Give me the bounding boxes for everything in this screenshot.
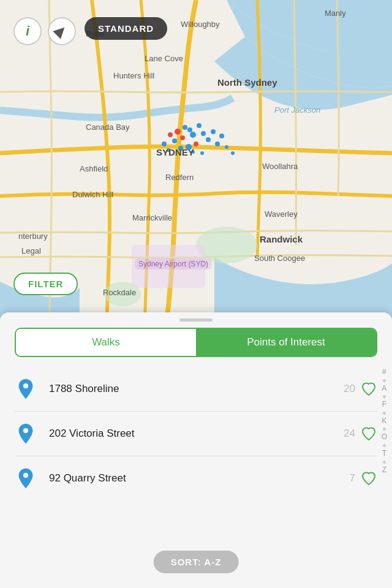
poi-count: 24 [344, 428, 355, 440]
heart-icon[interactable] [360, 380, 377, 398]
alpha-dot-5 [383, 444, 386, 447]
map-mode-button[interactable]: STANDARD [85, 17, 167, 40]
location-pin-icon [15, 378, 37, 400]
sort-button[interactable]: SORT: A-Z [154, 551, 239, 573]
poi-list: 1788 Shoreline 20 202 Victoria Street 24 [0, 367, 392, 500]
svg-point-10 [172, 138, 177, 143]
alpha-a[interactable]: A [382, 384, 386, 394]
alpha-o[interactable]: O [382, 432, 387, 442]
bottom-panel: Walks Points of Interest # A F K O T Z 1… [0, 312, 392, 588]
svg-point-20 [219, 134, 224, 138]
alphabet-index[interactable]: # A F K O T Z [382, 368, 387, 475]
tab-walks[interactable]: Walks [16, 329, 196, 356]
poi-count: 7 [350, 472, 355, 484]
location-pin-icon [15, 423, 37, 445]
svg-point-15 [168, 132, 173, 137]
tabs-row: Walks Points of Interest [15, 328, 377, 357]
alpha-dot-2 [383, 395, 386, 398]
svg-point-6 [190, 132, 196, 138]
alpha-z[interactable]: Z [382, 466, 386, 475]
svg-point-26 [23, 383, 28, 388]
poi-count: 20 [344, 383, 355, 395]
alpha-dot-4 [383, 428, 386, 431]
svg-point-27 [23, 428, 28, 433]
svg-point-5 [183, 125, 187, 130]
poi-name: 202 Victoria Street [49, 428, 344, 440]
map-view[interactable]: Manly Ryde Willoughby Lane Cove Hunters … [0, 0, 392, 331]
svg-point-25 [231, 151, 235, 155]
filter-button[interactable]: FILTER [13, 273, 78, 295]
alpha-hash[interactable]: # [382, 368, 386, 377]
poi-name: 92 Quarry Street [49, 472, 350, 484]
poi-name: 1788 Shoreline [49, 383, 344, 395]
svg-point-12 [186, 144, 192, 150]
svg-point-19 [215, 141, 220, 146]
svg-point-23 [200, 151, 204, 155]
svg-point-28 [23, 473, 28, 478]
svg-point-9 [197, 123, 202, 128]
info-button[interactable]: i [13, 17, 42, 45]
tab-poi[interactable]: Points of Interest [196, 329, 376, 356]
heart-icon[interactable] [360, 425, 377, 442]
list-item[interactable]: 1788 Shoreline 20 [15, 367, 377, 412]
list-item[interactable]: 92 Quarry Street 7 [15, 456, 377, 500]
alpha-t[interactable]: T [382, 449, 386, 459]
svg-point-4 [175, 129, 181, 135]
alpha-k[interactable]: K [382, 417, 386, 426]
location-pin-icon [15, 467, 37, 489]
alpha-f[interactable]: F [382, 400, 386, 410]
svg-point-13 [178, 146, 183, 151]
heart-icon[interactable] [360, 470, 377, 487]
svg-point-16 [206, 137, 211, 142]
svg-point-18 [162, 141, 167, 146]
info-icon: i [26, 23, 29, 39]
svg-point-17 [211, 129, 216, 134]
alpha-dot-1 [383, 379, 386, 382]
alpha-dot-3 [383, 412, 386, 415]
svg-point-14 [201, 131, 206, 136]
navigation-arrow-icon [53, 23, 68, 39]
svg-rect-3 [132, 245, 205, 288]
list-item[interactable]: 202 Victoria Street 24 [15, 412, 377, 456]
navigation-button[interactable] [48, 17, 76, 45]
drag-handle[interactable] [0, 312, 392, 325]
svg-point-11 [194, 141, 198, 146]
svg-point-8 [187, 127, 192, 132]
alpha-dot-6 [383, 461, 386, 464]
svg-point-24 [225, 145, 228, 149]
svg-point-7 [180, 135, 185, 140]
svg-point-22 [191, 150, 195, 154]
drag-handle-bar [179, 318, 213, 322]
svg-point-21 [167, 148, 170, 152]
